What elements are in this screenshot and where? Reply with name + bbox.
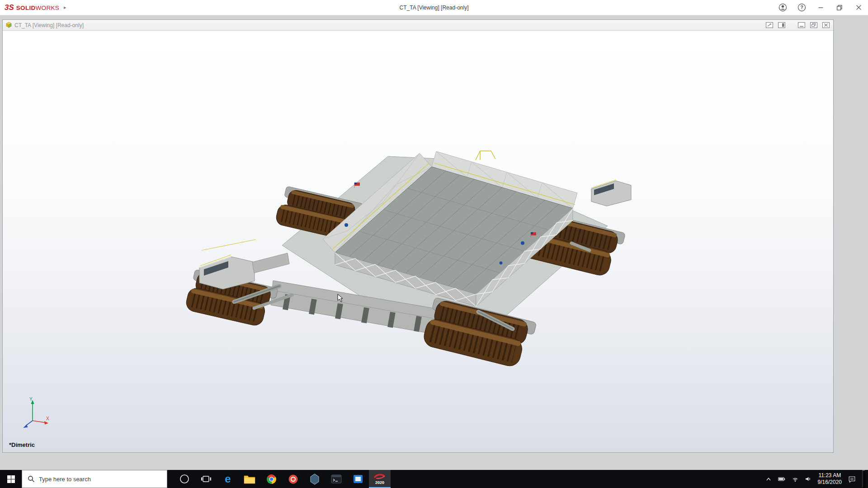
- terminal-app-icon: [330, 473, 342, 485]
- brand-text-solid: SOLID: [16, 5, 36, 11]
- document-window-controls: [765, 22, 830, 29]
- right-cab: [591, 180, 631, 206]
- edge-icon: e: [222, 473, 234, 485]
- blue-app-button[interactable]: [347, 470, 369, 488]
- svg-text:e: e: [225, 473, 231, 485]
- doc-restore-button[interactable]: [809, 22, 818, 29]
- minimize-icon: [818, 5, 823, 10]
- dassault-3ds-icon: 3S: [5, 3, 14, 12]
- brand-text-works: WORKS: [36, 5, 60, 11]
- doc-dock-button[interactable]: [777, 22, 786, 29]
- volume-button[interactable]: [805, 475, 812, 483]
- svg-text:?: ?: [800, 5, 803, 10]
- doc-restore-icon: [810, 22, 817, 28]
- windows-start-icon: [7, 475, 15, 483]
- app-titlebar: 3S SOLIDWORKS ▸ CT_TA [Viewing] [Read-on…: [0, 0, 868, 15]
- solidworks-window: 3S SOLIDWORKS ▸ CT_TA [Viewing] [Read-on…: [0, 0, 868, 488]
- help-button[interactable]: ?: [792, 0, 811, 15]
- minimize-button[interactable]: [811, 0, 830, 15]
- workspace-background: CT_TA [Viewing] [Read-only]: [0, 15, 868, 470]
- doc-close-icon: [822, 22, 830, 28]
- triad-y-label: Y: [29, 397, 33, 402]
- clock[interactable]: 11:23 AM 9/16/2020: [818, 472, 842, 486]
- window-title: CT_TA [Viewing] [Read-only]: [400, 5, 469, 11]
- account-button[interactable]: [773, 0, 792, 15]
- system-tray: 11:23 AM 9/16/2020: [762, 470, 868, 488]
- document-window: CT_TA [Viewing] [Read-only]: [2, 19, 834, 453]
- battery-button[interactable]: [778, 475, 786, 483]
- chrome-button[interactable]: [260, 470, 282, 488]
- nasa-emblem: [521, 241, 524, 245]
- chrome-icon: [266, 474, 277, 485]
- blue-app-icon: [352, 473, 364, 485]
- mouse-cursor: [337, 294, 344, 303]
- chevron-up-icon: [765, 475, 772, 483]
- task-view-icon: [201, 474, 212, 484]
- edge-button[interactable]: e: [217, 470, 239, 488]
- orientation-triad: Y X: [14, 394, 52, 432]
- close-icon: [856, 5, 861, 10]
- document-titlebar[interactable]: CT_TA [Viewing] [Read-only]: [3, 20, 833, 31]
- solidworks-app-button[interactable]: 2020: [369, 470, 391, 488]
- taskbar-search[interactable]: [22, 470, 167, 488]
- dock-window-icon: [778, 22, 785, 28]
- solidworks-app-icon: 2020: [373, 473, 386, 485]
- start-button[interactable]: [0, 470, 22, 488]
- action-center-button[interactable]: [848, 475, 856, 483]
- nasa-emblem: [500, 262, 503, 265]
- hexagon-app-icon: [309, 473, 321, 485]
- network-wifi-icon: [792, 475, 799, 483]
- close-button[interactable]: [849, 0, 868, 15]
- solidworks-version-badge: 2020: [375, 480, 384, 485]
- menu-flyout-arrow[interactable]: ▸: [64, 5, 66, 10]
- battery-icon: [778, 475, 786, 483]
- view-orientation-label: *Dimetric: [9, 441, 35, 448]
- red-app-icon: [288, 474, 299, 485]
- crawler-transporter-model: [3, 31, 833, 452]
- restore-button[interactable]: [830, 0, 849, 15]
- hidden-icons-button[interactable]: [765, 475, 772, 483]
- document-title: CT_TA [Viewing] [Read-only]: [14, 22, 84, 28]
- doc-close-button[interactable]: [821, 22, 830, 29]
- help-icon: ?: [797, 3, 806, 12]
- volume-icon: [805, 475, 812, 483]
- task-view-button[interactable]: [195, 470, 217, 488]
- clock-time: 11:23 AM: [818, 472, 842, 479]
- cortana-icon: [179, 473, 190, 485]
- doc-minimize-button[interactable]: [797, 22, 806, 29]
- action-center-icon: [848, 475, 856, 483]
- taskbar: e: [0, 470, 868, 488]
- titlebar-controls: ?: [773, 0, 868, 15]
- network-button[interactable]: [792, 475, 799, 483]
- clock-date: 9/16/2020: [818, 479, 842, 486]
- doc-float-button[interactable]: [765, 22, 774, 29]
- search-icon: [28, 475, 35, 483]
- terminal-app-button[interactable]: [326, 470, 347, 488]
- restore-icon: [837, 5, 842, 10]
- hexagon-app-button[interactable]: [304, 470, 326, 488]
- file-explorer-icon: [244, 474, 255, 484]
- show-desktop-button[interactable]: [862, 470, 865, 488]
- account-icon: [778, 3, 787, 12]
- nasa-emblem: [344, 223, 348, 227]
- solidworks-logo: 3S SOLIDWORKS: [0, 3, 59, 12]
- float-window-icon: [766, 22, 773, 28]
- assembly-icon: [5, 22, 12, 28]
- search-input[interactable]: [39, 470, 167, 488]
- doc-minimize-icon: [798, 22, 805, 28]
- cortana-button[interactable]: [174, 470, 195, 488]
- triad-x-label: X: [46, 416, 49, 421]
- file-explorer-button[interactable]: [239, 470, 260, 488]
- red-app-button[interactable]: [282, 470, 304, 488]
- graphics-viewport[interactable]: Y X *Dimetric: [3, 31, 833, 452]
